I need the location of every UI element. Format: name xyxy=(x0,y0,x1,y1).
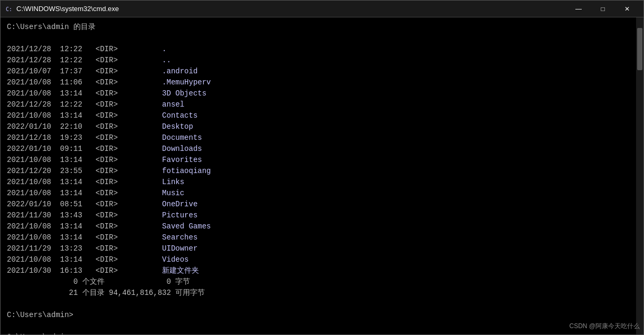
cmd-window: C: C:\WINDOWS\system32\cmd.exe — □ ✕ C:\… xyxy=(0,0,644,335)
title-bar-left: C: C:\WINDOWS\system32\cmd.exe xyxy=(5,5,119,13)
dir-entry: 2021/11/30 13:43 <DIR> Pictures xyxy=(7,210,630,221)
dir-entry: 2022/01/10 08:51 <DIR> OneDrive xyxy=(7,199,630,210)
dir-entry: 2021/10/08 13:14 <DIR> Videos xyxy=(7,254,630,265)
prompt-1: C:\Users\admin> xyxy=(7,310,630,321)
title-bar: C: C:\WINDOWS\system32\cmd.exe — □ ✕ xyxy=(1,1,643,17)
window-controls: — □ ✕ xyxy=(566,1,639,17)
dir-entry: 2021/10/08 13:14 <DIR> 3D Objects xyxy=(7,88,630,99)
summary-dirs: 21 个目录 94,461,816,832 可用字节 xyxy=(7,288,630,299)
minimize-button[interactable]: — xyxy=(566,1,591,17)
dir-entry: 2022/01/10 22:10 <DIR> Desktop xyxy=(7,121,630,132)
dir-entry: 2021/12/20 23:55 <DIR> fotiaoqiang xyxy=(7,166,630,177)
close-button[interactable]: ✕ xyxy=(615,1,639,17)
dir-entry: 2021/12/28 12:22 <DIR> . xyxy=(7,44,630,55)
dir-entry: 2021/12/18 19:23 <DIR> Documents xyxy=(7,132,630,143)
dir-entry: 2021/10/08 13:14 <DIR> Links xyxy=(7,177,630,188)
dir-entry: 2021/10/08 13:14 <DIR> Searches xyxy=(7,232,630,243)
dir-entry: 2021/10/30 16:13 <DIR> 新建文件夹 xyxy=(7,265,630,276)
scrollbar-thumb[interactable] xyxy=(637,28,642,70)
scrollbar[interactable] xyxy=(636,17,643,334)
dir-entry: 2022/01/10 09:11 <DIR> Downloads xyxy=(7,143,630,155)
dir-entry: 2021/11/29 13:23 <DIR> UIDowner xyxy=(7,243,630,254)
maximize-button[interactable]: □ xyxy=(591,1,615,17)
cmd-icon: C: xyxy=(5,5,13,13)
dir-entry: 2021/10/08 13:14 <DIR> Music xyxy=(7,188,630,199)
svg-text:C:: C: xyxy=(6,6,12,12)
terminal-output[interactable]: C:\Users\admin 的目录2021/12/28 12:22 <DIR>… xyxy=(1,17,636,334)
content-area: C:\Users\admin 的目录2021/12/28 12:22 <DIR>… xyxy=(1,17,643,334)
dir-entry: 2021/10/08 13:14 <DIR> Contacts xyxy=(7,110,630,121)
dir-entry: 2021/10/08 13:14 <DIR> Favorites xyxy=(7,155,630,166)
dir-entry: 2021/12/28 12:22 <DIR> ansel xyxy=(7,99,630,110)
dir-entry: 2021/10/08 11:06 <DIR> .MemuHyperv xyxy=(7,77,630,88)
window-title: C:\WINDOWS\system32\cmd.exe xyxy=(16,5,119,13)
prompt-2: C:\Users\admin> xyxy=(7,332,630,334)
directory-heading: C:\Users\admin 的目录 xyxy=(7,22,630,33)
watermark: CSDN @阿康今天吃什么 xyxy=(569,322,640,331)
dir-entry: 2021/12/28 12:22 <DIR> .. xyxy=(7,55,630,66)
dir-entry: 2021/10/07 17:37 <DIR> .android xyxy=(7,66,630,77)
summary-files: 0 个文件 0 字节 xyxy=(7,276,630,288)
dir-entry: 2021/10/08 13:14 <DIR> Saved Games xyxy=(7,221,630,232)
